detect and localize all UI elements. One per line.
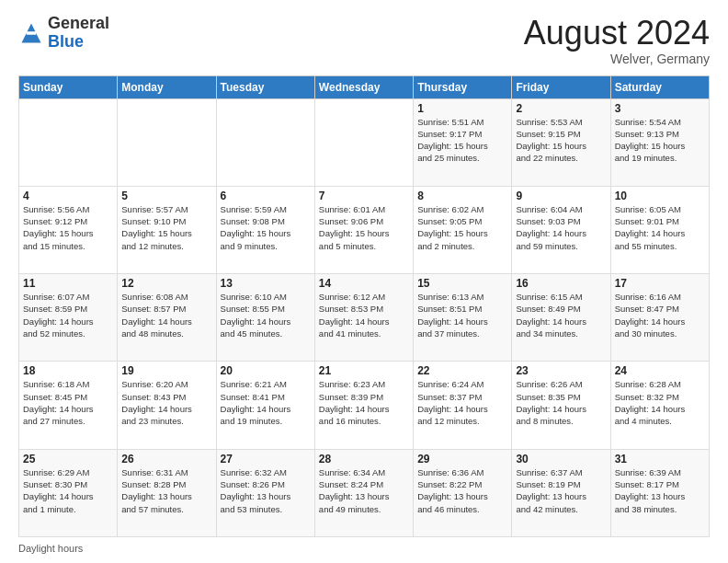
day-info: Sunrise: 6:02 AM Sunset: 9:05 PM Dayligh… [417, 203, 507, 252]
general-blue-icon [18, 20, 44, 46]
calendar-week-row: 11Sunrise: 6:07 AM Sunset: 8:59 PM Dayli… [19, 274, 710, 362]
day-info: Sunrise: 6:07 AM Sunset: 8:59 PM Dayligh… [23, 291, 113, 339]
calendar-cell: 11Sunrise: 6:07 AM Sunset: 8:59 PM Dayli… [19, 274, 118, 362]
calendar-cell: 21Sunrise: 6:23 AM Sunset: 8:39 PM Dayli… [314, 362, 413, 449]
calendar-cell: 8Sunrise: 6:02 AM Sunset: 9:05 PM Daylig… [414, 186, 512, 273]
footer-label: Daylight hours [18, 543, 83, 554]
calendar-cell: 15Sunrise: 6:13 AM Sunset: 8:51 PM Dayli… [414, 274, 512, 362]
day-number: 5 [121, 190, 211, 202]
calendar-cell: 4Sunrise: 5:56 AM Sunset: 9:12 PM Daylig… [19, 186, 118, 273]
day-number: 1 [417, 102, 507, 115]
calendar-cell: 17Sunrise: 6:16 AM Sunset: 8:47 PM Dayli… [610, 274, 709, 362]
calendar-cell: 18Sunrise: 6:18 AM Sunset: 8:45 PM Dayli… [19, 362, 118, 449]
logo-general-text: General [48, 14, 109, 32]
day-number: 11 [23, 277, 113, 290]
calendar-week-row: 25Sunrise: 6:29 AM Sunset: 8:30 PM Dayli… [19, 449, 710, 536]
calendar-week-row: 1Sunrise: 5:51 AM Sunset: 9:17 PM Daylig… [19, 98, 710, 186]
day-number: 27 [221, 453, 311, 465]
calendar-cell: 10Sunrise: 6:05 AM Sunset: 9:01 PM Dayli… [610, 186, 709, 273]
logo: General Blue [18, 15, 109, 52]
day-number: 10 [615, 190, 705, 202]
day-info: Sunrise: 6:23 AM Sunset: 8:39 PM Dayligh… [319, 378, 409, 427]
calendar-cell [314, 98, 413, 186]
weekday-header: Wednesday [314, 75, 413, 98]
day-number: 21 [319, 364, 409, 377]
calendar-cell: 29Sunrise: 6:36 AM Sunset: 8:22 PM Dayli… [414, 449, 512, 536]
calendar-cell: 9Sunrise: 6:04 AM Sunset: 9:03 PM Daylig… [512, 186, 610, 273]
day-info: Sunrise: 6:36 AM Sunset: 8:22 PM Dayligh… [417, 466, 507, 515]
day-number: 16 [516, 277, 606, 290]
day-number: 29 [417, 453, 507, 465]
day-number: 17 [615, 277, 705, 290]
day-number: 19 [121, 364, 211, 377]
day-info: Sunrise: 6:39 AM Sunset: 8:17 PM Dayligh… [615, 466, 705, 515]
day-number: 31 [615, 453, 705, 465]
calendar-cell [118, 98, 216, 186]
calendar-cell: 6Sunrise: 5:59 AM Sunset: 9:08 PM Daylig… [216, 186, 314, 273]
weekday-header: Friday [512, 75, 610, 98]
day-info: Sunrise: 6:31 AM Sunset: 8:28 PM Dayligh… [121, 466, 211, 515]
day-info: Sunrise: 6:12 AM Sunset: 8:53 PM Dayligh… [319, 291, 409, 339]
month-title: August 2024 [524, 15, 710, 52]
day-info: Sunrise: 5:54 AM Sunset: 9:13 PM Dayligh… [615, 116, 705, 165]
calendar-cell: 7Sunrise: 6:01 AM Sunset: 9:06 PM Daylig… [314, 186, 413, 273]
calendar-cell: 19Sunrise: 6:20 AM Sunset: 8:43 PM Dayli… [118, 362, 216, 449]
day-number: 25 [23, 453, 113, 465]
calendar-cell: 3Sunrise: 5:54 AM Sunset: 9:13 PM Daylig… [610, 98, 709, 186]
day-info: Sunrise: 6:08 AM Sunset: 8:57 PM Dayligh… [121, 291, 211, 339]
calendar-cell: 28Sunrise: 6:34 AM Sunset: 8:24 PM Dayli… [314, 449, 413, 536]
day-number: 28 [319, 453, 409, 465]
calendar-cell: 16Sunrise: 6:15 AM Sunset: 8:49 PM Dayli… [512, 274, 610, 362]
weekday-header: Thursday [414, 75, 512, 98]
day-info: Sunrise: 5:59 AM Sunset: 9:08 PM Dayligh… [221, 203, 311, 252]
svg-rect-2 [27, 31, 37, 35]
day-info: Sunrise: 6:05 AM Sunset: 9:01 PM Dayligh… [615, 203, 705, 252]
day-number: 23 [516, 364, 606, 377]
calendar-cell: 2Sunrise: 5:53 AM Sunset: 9:15 PM Daylig… [512, 98, 610, 186]
day-number: 30 [516, 453, 606, 465]
calendar-cell: 22Sunrise: 6:24 AM Sunset: 8:37 PM Dayli… [414, 362, 512, 449]
day-info: Sunrise: 5:51 AM Sunset: 9:17 PM Dayligh… [417, 116, 507, 165]
day-info: Sunrise: 6:04 AM Sunset: 9:03 PM Dayligh… [516, 203, 606, 252]
calendar-cell: 14Sunrise: 6:12 AM Sunset: 8:53 PM Dayli… [314, 274, 413, 362]
day-info: Sunrise: 6:34 AM Sunset: 8:24 PM Dayligh… [319, 466, 409, 515]
day-info: Sunrise: 5:56 AM Sunset: 9:12 PM Dayligh… [23, 203, 113, 252]
day-number: 8 [417, 190, 507, 202]
calendar-cell: 13Sunrise: 6:10 AM Sunset: 8:55 PM Dayli… [216, 274, 314, 362]
day-info: Sunrise: 6:26 AM Sunset: 8:35 PM Dayligh… [516, 378, 606, 427]
day-info: Sunrise: 6:18 AM Sunset: 8:45 PM Dayligh… [23, 378, 113, 427]
page: General Blue August 2024 Welver, Germany… [0, 0, 728, 563]
day-info: Sunrise: 5:57 AM Sunset: 9:10 PM Dayligh… [121, 203, 211, 252]
calendar-cell [216, 98, 314, 186]
footer: Daylight hours [18, 543, 710, 554]
day-number: 7 [319, 190, 409, 202]
day-number: 18 [23, 364, 113, 377]
calendar-cell: 24Sunrise: 6:28 AM Sunset: 8:32 PM Dayli… [610, 362, 709, 449]
day-info: Sunrise: 6:20 AM Sunset: 8:43 PM Dayligh… [121, 378, 211, 427]
weekday-header: Sunday [19, 75, 118, 98]
logo-blue-text: Blue [48, 32, 84, 51]
title-block: August 2024 Welver, Germany [524, 15, 710, 66]
day-number: 26 [121, 453, 211, 465]
day-info: Sunrise: 6:13 AM Sunset: 8:51 PM Dayligh… [417, 291, 507, 339]
calendar-cell: 30Sunrise: 6:37 AM Sunset: 8:19 PM Dayli… [512, 449, 610, 536]
day-info: Sunrise: 6:10 AM Sunset: 8:55 PM Dayligh… [221, 291, 311, 339]
day-number: 22 [417, 364, 507, 377]
calendar-cell: 20Sunrise: 6:21 AM Sunset: 8:41 PM Dayli… [216, 362, 314, 449]
calendar-week-row: 4Sunrise: 5:56 AM Sunset: 9:12 PM Daylig… [19, 186, 710, 273]
calendar-week-row: 18Sunrise: 6:18 AM Sunset: 8:45 PM Dayli… [19, 362, 710, 449]
day-info: Sunrise: 6:29 AM Sunset: 8:30 PM Dayligh… [23, 466, 113, 515]
calendar-cell: 12Sunrise: 6:08 AM Sunset: 8:57 PM Dayli… [118, 274, 216, 362]
day-info: Sunrise: 5:53 AM Sunset: 9:15 PM Dayligh… [516, 116, 606, 165]
day-info: Sunrise: 6:24 AM Sunset: 8:37 PM Dayligh… [417, 378, 507, 427]
calendar-cell: 31Sunrise: 6:39 AM Sunset: 8:17 PM Dayli… [610, 449, 709, 536]
day-info: Sunrise: 6:15 AM Sunset: 8:49 PM Dayligh… [516, 291, 606, 339]
day-number: 3 [615, 102, 705, 115]
weekday-header: Tuesday [216, 75, 314, 98]
day-number: 6 [221, 190, 311, 202]
calendar-cell: 23Sunrise: 6:26 AM Sunset: 8:35 PM Dayli… [512, 362, 610, 449]
calendar-cell: 5Sunrise: 5:57 AM Sunset: 9:10 PM Daylig… [118, 186, 216, 273]
calendar-cell: 1Sunrise: 5:51 AM Sunset: 9:17 PM Daylig… [414, 98, 512, 186]
day-info: Sunrise: 6:21 AM Sunset: 8:41 PM Dayligh… [221, 378, 311, 427]
day-info: Sunrise: 6:28 AM Sunset: 8:32 PM Dayligh… [615, 378, 705, 427]
